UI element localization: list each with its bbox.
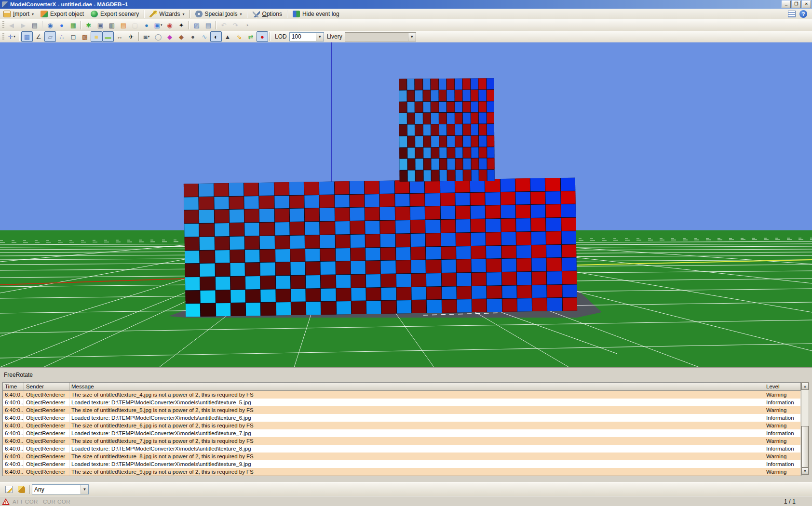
earth-view-button[interactable]: ● <box>141 20 152 30</box>
timer-button[interactable]: ◔ <box>241 20 253 30</box>
log-message: Loaded texture: D:\TEMP\ModelConverterX\… <box>69 399 764 406</box>
material-editor-button[interactable]: ✱ <box>83 20 95 30</box>
log-row[interactable]: 6:40:0...ObjectRendererLoaded texture: D… <box>3 414 801 422</box>
colored-cube-toggle-button[interactable]: ◆ <box>164 31 176 42</box>
fit-view-button[interactable]: ✛▾ <box>6 31 17 42</box>
animation-editor-button[interactable]: ▥ <box>106 20 118 30</box>
attached-objects-button[interactable]: ◉ <box>164 20 176 30</box>
eraser-toggle-button[interactable]: ▱ <box>44 31 56 42</box>
cone-toggle-button[interactable]: ▲ <box>222 31 233 42</box>
menu-item-export-object[interactable]: Export object <box>37 9 87 19</box>
menu-item-wizards[interactable]: Wizards▾ <box>146 9 188 19</box>
checker-cell <box>335 221 350 234</box>
checker-cell <box>305 208 320 221</box>
scroll-up-icon[interactable]: ▲ <box>801 383 809 390</box>
forward-button[interactable]: ▶ <box>17 20 29 30</box>
checker-ball-toggle-button[interactable]: ◐ <box>210 31 222 42</box>
clear-log-button[interactable] <box>15 484 27 495</box>
compare-button[interactable]: ▢ <box>129 20 141 30</box>
log-row[interactable]: 6:40:0...ObjectRendererThe size of untit… <box>3 468 801 476</box>
event-log-list-button[interactable]: ▤ <box>29 20 41 30</box>
undo-button[interactable]: ↶ <box>218 20 230 30</box>
wire-sphere-toggle-button[interactable]: ◯ <box>152 31 164 42</box>
light-toggle-button[interactable]: ⇘ <box>233 31 245 42</box>
log-row[interactable]: 6:40:0...ObjectRendererLoaded texture: D… <box>3 399 801 406</box>
measure-toggle-button[interactable]: ↔ <box>114 31 125 42</box>
log-row[interactable]: 6:40:0...ObjectRendererThe size of untit… <box>3 406 801 414</box>
wireframe-toggle-button[interactable]: ◻ <box>68 31 79 42</box>
toolbar-grip[interactable] <box>2 33 4 40</box>
chevron-down-icon[interactable]: ▼ <box>316 33 324 41</box>
column-header-message[interactable]: Message <box>69 383 764 391</box>
scroll-down-icon[interactable]: ▼ <box>801 467 809 475</box>
log-row[interactable]: 6:40:0...ObjectRendererThe size of untit… <box>3 422 801 429</box>
curve-toggle-button[interactable]: ∿ <box>199 31 210 42</box>
log-message: The size of untitled\texture_6.jpg is no… <box>69 422 764 429</box>
menu-item-export-scenery[interactable]: Export scenery <box>87 9 142 19</box>
ground-toggle-button[interactable]: ▬ <box>102 31 114 42</box>
chevron-down-icon[interactable]: ▼ <box>81 485 88 494</box>
checker-cell <box>441 220 456 233</box>
effects-button[interactable]: ✦ <box>176 20 187 30</box>
aircraft-toggle-button[interactable]: ✈ <box>125 31 137 42</box>
column-header-level[interactable]: Level <box>764 383 801 391</box>
column-header-time[interactable]: Time <box>3 383 24 391</box>
placemark-button[interactable]: ● <box>56 20 68 30</box>
checker-cell <box>532 258 547 271</box>
edit-log-button[interactable] <box>3 484 14 495</box>
measure-toggle-icon: ↔ <box>117 34 123 40</box>
log-row[interactable]: 6:40:0...ObjectRendererThe size of untit… <box>3 391 801 399</box>
toolbar-grip[interactable] <box>2 21 4 29</box>
texture-viewer-button[interactable]: ▨ <box>191 20 203 30</box>
polygon-toggle-button[interactable]: ■ <box>91 31 102 42</box>
checker-cell <box>562 258 577 271</box>
dark-sphere-toggle-button[interactable]: ● <box>187 31 199 42</box>
xml-view-button[interactable]: ▤ <box>118 20 129 30</box>
grid-toggle-icon: ▦ <box>24 34 30 40</box>
column-header-sender[interactable]: Sender <box>24 383 69 391</box>
render-toggle-button[interactable]: ● <box>257 31 268 42</box>
textured-cube-toggle-button[interactable]: ◆ <box>176 31 187 42</box>
checker-cell <box>229 196 244 209</box>
render-viewport[interactable] <box>0 42 812 367</box>
texture-toggle-button[interactable]: ▩ <box>79 31 91 42</box>
grid-toggle-button[interactable]: ▦ <box>21 31 33 42</box>
lod-combobox[interactable]: 100 ▼ <box>289 32 324 41</box>
menu-item-options[interactable]: Options <box>249 9 285 19</box>
axes-toggle-button[interactable]: ∠ <box>33 31 44 42</box>
livery-combobox[interactable]: ▼ <box>345 32 416 41</box>
preview-button[interactable]: ◉ <box>44 20 56 30</box>
menu-item-special-tools[interactable]: Special tools▾ <box>192 9 245 19</box>
title-bar[interactable]: ModelConverterX - untitled.dae - MAGDEB~… <box>0 0 812 9</box>
export-box-button[interactable]: ▣▾ <box>152 20 164 30</box>
log-row[interactable]: 6:40:0...ObjectRendererLoaded texture: D… <box>3 429 801 437</box>
vertex-toggle-button[interactable]: ∴ <box>56 31 68 42</box>
back-button[interactable]: ◀ <box>6 20 17 30</box>
chevron-down-icon[interactable]: ▼ <box>408 33 416 41</box>
screenshot-button[interactable]: ◙▾ <box>141 31 152 42</box>
redo-button[interactable]: ↷ <box>230 20 241 30</box>
minimize-button[interactable]: _ <box>782 0 791 8</box>
log-time: 6:40:0... <box>3 437 24 445</box>
checker-cell <box>185 290 200 303</box>
log-panel-icon[interactable] <box>788 11 796 17</box>
log-row[interactable]: 6:40:0...ObjectRendererLoaded texture: D… <box>3 445 801 453</box>
close-button[interactable]: × <box>802 0 811 8</box>
log-row[interactable]: 6:40:0...ObjectRendererLoaded texture: D… <box>3 460 801 468</box>
scrollbar-thumb[interactable] <box>801 426 809 467</box>
refresh-button[interactable]: ⇄ <box>245 31 257 42</box>
checker-cell <box>502 285 517 298</box>
help-icon[interactable]: ? <box>799 10 807 18</box>
hierarchy-button[interactable]: ▦ <box>68 20 79 30</box>
object-info-button[interactable]: ▤ <box>203 20 214 30</box>
checker-cell <box>426 260 441 273</box>
log-row[interactable]: 6:40:0...ObjectRendererThe size of untit… <box>3 437 801 445</box>
checker-cell <box>471 90 478 101</box>
event-log-scrollbar[interactable]: ▲ ▼ <box>801 382 809 475</box>
menu-item-hide-event-log[interactable]: Hide event log <box>289 9 343 19</box>
log-row[interactable]: 6:40:0...ObjectRendererThe size of untit… <box>3 453 801 460</box>
modeldef-editor-button[interactable]: ▣ <box>95 20 106 30</box>
restore-button[interactable]: ❐ <box>792 0 801 8</box>
menu-item-import[interactable]: Import▾ <box>0 9 37 19</box>
level-filter-combobox[interactable]: Any ▼ <box>32 484 89 494</box>
